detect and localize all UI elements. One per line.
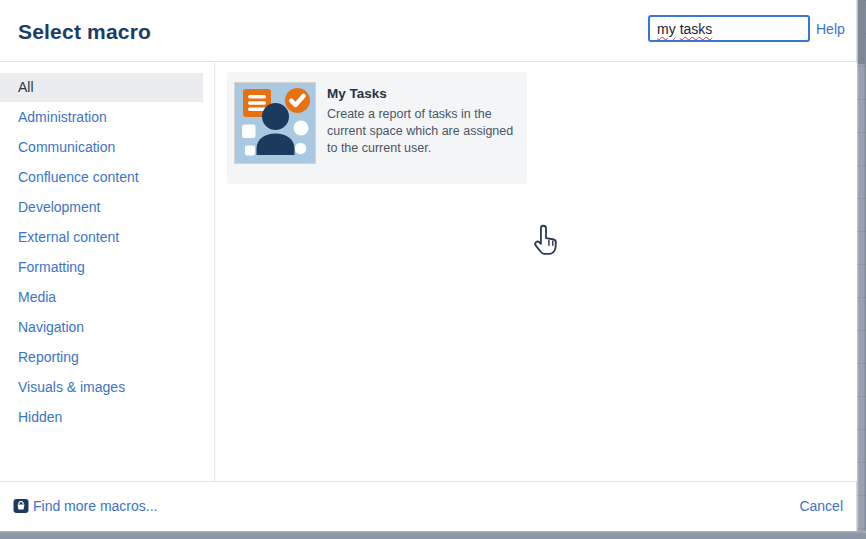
- find-more-macros-link[interactable]: Find more macros...: [13, 498, 157, 514]
- sidebar-item-formatting[interactable]: Formatting: [0, 253, 214, 282]
- sidebar-item-all[interactable]: All: [0, 73, 203, 102]
- find-more-macros-label: Find more macros...: [33, 498, 157, 514]
- macro-card-text: My Tasks Create a report of tasks in the…: [327, 86, 523, 157]
- macro-title: My Tasks: [327, 86, 523, 101]
- mouse-hand-cursor: [529, 219, 563, 259]
- sidebar-item-communication[interactable]: Communication: [0, 133, 214, 162]
- sidebar-item-reporting[interactable]: Reporting: [0, 343, 214, 372]
- sidebar-item-navigation[interactable]: Navigation: [0, 313, 214, 342]
- help-link[interactable]: Help: [816, 21, 845, 37]
- dialog-header: Select macro mytasks Help: [0, 0, 856, 62]
- marketplace-icon: [13, 498, 29, 514]
- sidebar-item-confluence-content[interactable]: Confluence content: [0, 163, 214, 192]
- sidebar-item-external-content[interactable]: External content: [0, 223, 214, 252]
- search-text-word: my: [657, 21, 676, 37]
- search-text-word: tasks: [680, 21, 713, 37]
- select-macro-dialog: Select macro mytasks Help All Administra…: [0, 0, 857, 531]
- background-page-edge: [0, 531, 866, 539]
- category-sidebar: All Administration Communication Conflue…: [0, 63, 215, 481]
- dialog-footer: Find more macros... Cancel: [0, 481, 856, 531]
- macro-results-panel: My Tasks Create a report of tasks in the…: [216, 63, 857, 481]
- macro-description: Create a report of tasks in the current …: [327, 106, 523, 157]
- scrollbar-thumb[interactable]: [858, 0, 865, 64]
- sidebar-item-administration[interactable]: Administration: [0, 103, 214, 132]
- sidebar-item-development[interactable]: Development: [0, 193, 214, 222]
- sidebar-item-visuals-images[interactable]: Visuals & images: [0, 373, 214, 402]
- cancel-link[interactable]: Cancel: [799, 498, 843, 514]
- category-list: All Administration Communication Conflue…: [0, 73, 214, 432]
- macro-card-my-tasks[interactable]: My Tasks Create a report of tasks in the…: [227, 72, 527, 184]
- screen: Select macro mytasks Help All Administra…: [0, 0, 866, 539]
- my-tasks-macro-icon: [235, 83, 315, 163]
- dialog-title: Select macro: [18, 20, 151, 44]
- background-page-scrollbar[interactable]: [857, 0, 866, 539]
- sidebar-item-media[interactable]: Media: [0, 283, 214, 312]
- sidebar-item-hidden[interactable]: Hidden: [0, 403, 214, 432]
- macro-search-input[interactable]: mytasks: [648, 15, 810, 42]
